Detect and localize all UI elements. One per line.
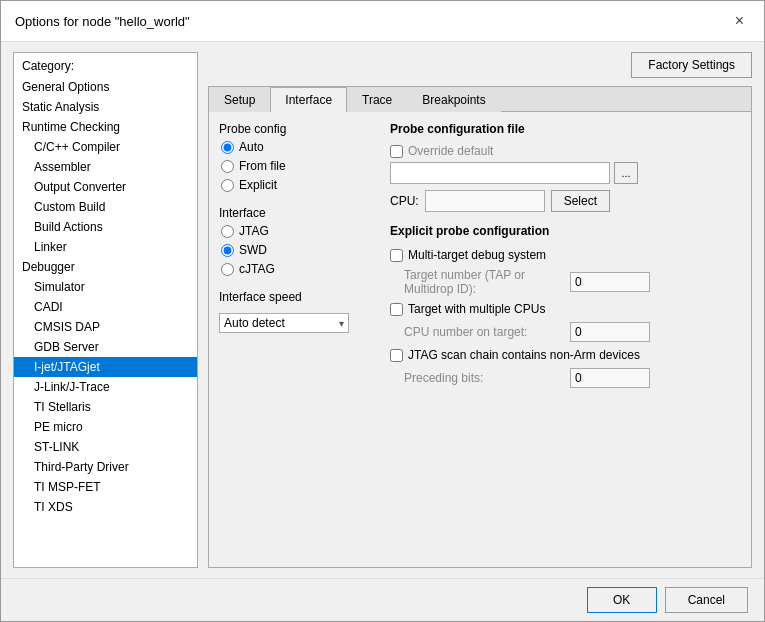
probe-fromfile-radio[interactable] (221, 160, 234, 173)
file-row: ... (390, 162, 741, 184)
select-button[interactable]: Select (551, 190, 610, 212)
content-area: Setup Interface Trace Breakpoints Probe … (208, 86, 752, 568)
multiple-cpus-label: Target with multiple CPUs (408, 302, 545, 316)
right-column: Probe configuration file Override defaul… (390, 122, 741, 557)
tab-bar: Setup Interface Trace Breakpoints (209, 87, 751, 112)
tab-breakpoints[interactable]: Breakpoints (407, 87, 500, 112)
target-number-label: Target number (TAP or Multidrop ID): (404, 268, 564, 296)
probe-config-radio-group: Auto From file Explicit (219, 140, 374, 192)
swd-option[interactable]: SWD (221, 243, 374, 257)
cpu-number-row: CPU number on target: (390, 322, 741, 342)
category-label: Category: (14, 53, 197, 77)
factory-settings-row: Factory Settings (208, 52, 752, 78)
probe-config-file-title: Probe configuration file (390, 122, 741, 136)
multi-target-label: Multi-target debug system (408, 248, 546, 262)
swd-label: SWD (239, 243, 267, 257)
sidebar-item-cpp-compiler[interactable]: C/C++ Compiler (14, 137, 197, 157)
sidebar-item-stlink[interactable]: ST-LINK (14, 437, 197, 457)
sidebar-item-third-party[interactable]: Third-Party Driver (14, 457, 197, 477)
chevron-down-icon: ▾ (339, 318, 344, 329)
multiple-cpus-row: Target with multiple CPUs (390, 302, 741, 316)
cpu-number-label: CPU number on target: (404, 325, 564, 339)
cpu-row: CPU: Select (390, 190, 741, 212)
probe-explicit-radio[interactable] (221, 179, 234, 192)
interface-group-label: Interface (219, 206, 374, 220)
sidebar-item-build-actions[interactable]: Build Actions (14, 217, 197, 237)
sidebar-item-cadi[interactable]: CADI (14, 297, 197, 317)
right-panel: Factory Settings Setup Interface Trace B… (208, 52, 752, 568)
probe-auto-radio[interactable] (221, 141, 234, 154)
interface-group: Interface JTAG SWD (219, 206, 374, 276)
options-dialog: Options for node "hello_world" × Categor… (0, 0, 765, 622)
probe-config-label: Probe config (219, 122, 374, 136)
sidebar-item-custom-build[interactable]: Custom Build (14, 197, 197, 217)
close-button[interactable]: × (729, 11, 750, 31)
sidebar-item-debugger[interactable]: Debugger (14, 257, 197, 277)
title-bar: Options for node "hello_world" × (1, 1, 764, 42)
cpu-input[interactable] (425, 190, 545, 212)
cjtag-radio[interactable] (221, 263, 234, 276)
override-label: Override default (408, 144, 493, 158)
multi-target-row: Multi-target debug system (390, 248, 741, 262)
sidebar-item-gdb-server[interactable]: GDB Server (14, 337, 197, 357)
sidebar-item-general-options[interactable]: General Options (14, 77, 197, 97)
probe-fromfile-option[interactable]: From file (221, 159, 374, 173)
preceding-bits-input[interactable] (570, 368, 650, 388)
jtag-radio[interactable] (221, 225, 234, 238)
sidebar-item-pe-micro[interactable]: PE micro (14, 417, 197, 437)
sidebar-item-jlink[interactable]: J-Link/J-Trace (14, 377, 197, 397)
jtag-option[interactable]: JTAG (221, 224, 374, 238)
sidebar-item-runtime-checking[interactable]: Runtime Checking (14, 117, 197, 137)
sidebar-item-assembler[interactable]: Assembler (14, 157, 197, 177)
probe-explicit-option[interactable]: Explicit (221, 178, 374, 192)
tab-trace[interactable]: Trace (347, 87, 407, 112)
interface-tab-content: Probe config Auto From file (209, 112, 751, 567)
sidebar-item-linker[interactable]: Linker (14, 237, 197, 257)
dialog-footer: OK Cancel (1, 578, 764, 621)
main-content: Category: General Options Static Analysi… (1, 42, 764, 578)
jtag-label: JTAG (239, 224, 269, 238)
preceding-bits-row: Preceding bits: (390, 368, 741, 388)
sidebar-item-output-converter[interactable]: Output Converter (14, 177, 197, 197)
sidebar-item-ti-stellaris[interactable]: TI Stellaris (14, 397, 197, 417)
explicit-probe-title: Explicit probe configuration (390, 224, 741, 238)
target-number-input[interactable] (570, 272, 650, 292)
sidebar-item-cmsis-dap[interactable]: CMSIS DAP (14, 317, 197, 337)
cjtag-option[interactable]: cJTAG (221, 262, 374, 276)
swd-radio[interactable] (221, 244, 234, 257)
probe-auto-option[interactable]: Auto (221, 140, 374, 154)
cjtag-label: cJTAG (239, 262, 275, 276)
sidebar-item-ti-msp-fet[interactable]: TI MSP-FET (14, 477, 197, 497)
multi-target-checkbox[interactable] (390, 249, 403, 262)
probe-config-group: Probe config Auto From file (219, 122, 374, 192)
override-row: Override default (390, 144, 741, 158)
ok-button[interactable]: OK (587, 587, 657, 613)
file-input[interactable] (390, 162, 610, 184)
sidebar-item-static-analysis[interactable]: Static Analysis (14, 97, 197, 117)
browse-button[interactable]: ... (614, 162, 638, 184)
probe-config-file-section: Probe configuration file Override defaul… (390, 122, 741, 212)
interface-speed-group: Interface speed Auto detect ▾ (219, 290, 374, 333)
factory-settings-button[interactable]: Factory Settings (631, 52, 752, 78)
interface-speed-label: Interface speed (219, 290, 374, 304)
override-checkbox[interactable] (390, 145, 403, 158)
probe-auto-label: Auto (239, 140, 264, 154)
sidebar-item-ti-xds[interactable]: TI XDS (14, 497, 197, 517)
jtag-scan-label: JTAG scan chain contains non-Arm devices (408, 348, 640, 362)
dialog-title: Options for node "hello_world" (15, 14, 190, 29)
jtag-scan-row: JTAG scan chain contains non-Arm devices (390, 348, 741, 362)
jtag-scan-checkbox[interactable] (390, 349, 403, 362)
sidebar: Category: General Options Static Analysi… (13, 52, 198, 568)
interface-radio-group: JTAG SWD cJTAG (219, 224, 374, 276)
cancel-button[interactable]: Cancel (665, 587, 748, 613)
multiple-cpus-checkbox[interactable] (390, 303, 403, 316)
interface-speed-select[interactable]: Auto detect ▾ (219, 313, 349, 333)
tab-setup[interactable]: Setup (209, 87, 270, 112)
tab-interface[interactable]: Interface (270, 87, 347, 112)
sidebar-item-ijet[interactable]: I-jet/JTAGjet (14, 357, 197, 377)
cpu-number-input[interactable] (570, 322, 650, 342)
preceding-bits-label: Preceding bits: (404, 371, 564, 385)
interface-speed-value: Auto detect (224, 316, 285, 330)
sidebar-item-simulator[interactable]: Simulator (14, 277, 197, 297)
cpu-label: CPU: (390, 194, 419, 208)
